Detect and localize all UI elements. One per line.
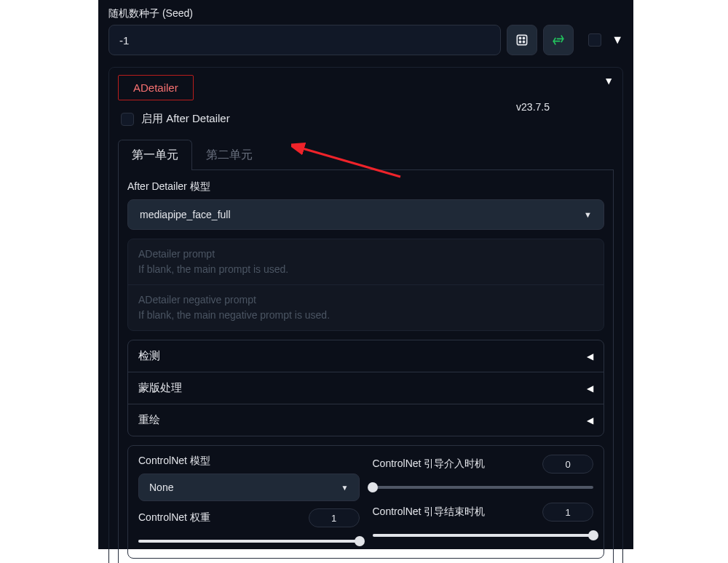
tab-unit-1[interactable]: 第一单元 [118, 140, 192, 170]
accordion-inpaint[interactable]: 重绘 ◀ [128, 404, 604, 436]
options-accordion: 检测 ◀ 蒙版处理 ◀ 重绘 ◀ [127, 340, 604, 436]
recycle-icon [551, 33, 566, 47]
caret-left-icon: ◀ [587, 383, 593, 394]
adetailer-prompt-input[interactable]: ADetailer prompt If blank, the main prom… [128, 239, 604, 284]
svg-point-3 [520, 41, 521, 42]
tab-body: After Detailer 模型 mediapipe_face_full ▼ … [118, 170, 614, 563]
svg-point-4 [523, 41, 525, 42]
model-select-value: mediapipe_face_full [140, 209, 231, 220]
model-select[interactable]: mediapipe_face_full ▼ [127, 199, 604, 230]
svg-point-2 [523, 37, 525, 39]
cn-weight-slider[interactable] [138, 536, 360, 546]
cn-start-label: ControlNet 引导介入时机 [373, 458, 486, 471]
chevron-down-icon: ▼ [341, 484, 349, 492]
cn-model-label: ControlNet 模型 [138, 455, 210, 468]
cn-weight-label: ControlNet 权重 [138, 511, 210, 524]
tab-unit-2[interactable]: 第二单元 [192, 140, 266, 170]
svg-rect-0 [517, 35, 526, 44]
dice-icon [515, 33, 529, 47]
enable-adetailer-label: 启用 After Detailer [141, 112, 230, 126]
random-seed-button[interactable] [507, 25, 537, 55]
adetailer-tabs: 第一单元 第二单元 [118, 139, 614, 170]
cn-start-value[interactable]: 0 [542, 455, 593, 474]
seed-row: ▼ [108, 25, 623, 55]
settings-panel: 随机数种子 (Seed) ▼ ADetailer ▼ v23.7.5 [98, 0, 633, 549]
model-label: After Detailer 模型 [127, 180, 604, 193]
cn-end-label: ControlNet 引导结束时机 [373, 506, 486, 519]
adetailer-negative-prompt-input[interactable]: ADetailer negative prompt If blank, the … [128, 284, 604, 330]
seed-input[interactable] [108, 25, 501, 55]
adetailer-version: v23.7.5 [516, 101, 550, 113]
cn-model-select[interactable]: None ▼ [138, 474, 360, 501]
caret-left-icon: ◀ [587, 415, 593, 426]
reuse-seed-button[interactable] [543, 25, 574, 55]
adetailer-section: ADetailer ▼ v23.7.5 启用 After Detailer 第一… [108, 67, 623, 563]
cn-weight-value[interactable]: 1 [309, 508, 360, 527]
adetailer-collapse-toggle[interactable]: ▼ [604, 75, 614, 87]
seed-extras-checkbox[interactable] [588, 33, 601, 47]
adetailer-title: ADetailer [118, 75, 194, 100]
cn-end-slider[interactable] [373, 530, 594, 540]
accordion-mask[interactable]: 蒙版处理 ◀ [128, 372, 604, 404]
caret-left-icon: ◀ [587, 351, 593, 362]
chevron-down-icon: ▼ [584, 210, 592, 219]
cn-start-slider[interactable] [373, 482, 594, 492]
seed-extras-toggle[interactable]: ▼ [612, 33, 623, 47]
accordion-detection[interactable]: 检测 ◀ [128, 340, 604, 372]
cn-end-value[interactable]: 1 [542, 503, 593, 522]
seed-label: 随机数种子 (Seed) [108, 7, 623, 20]
svg-point-1 [520, 37, 521, 39]
enable-adetailer-checkbox[interactable] [121, 113, 134, 126]
controlnet-block: ControlNet 模型 None ▼ ControlNet 权重 1 [127, 445, 604, 559]
prompt-group: ADetailer prompt If blank, the main prom… [127, 239, 604, 331]
